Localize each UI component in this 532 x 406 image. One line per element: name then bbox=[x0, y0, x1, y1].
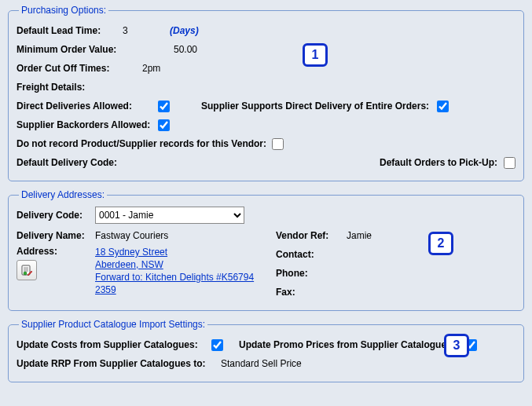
backorders-label: Supplier Backorders Allowed: bbox=[17, 119, 158, 130]
contact-label: Contact: bbox=[276, 249, 347, 260]
minimum-order-value-label: Minimum Order Value: bbox=[17, 44, 174, 55]
default-lead-time-label: Default Lead Time: bbox=[17, 25, 123, 36]
address-line-3[interactable]: Forward to: Kitchen Delights #K56794 bbox=[95, 272, 254, 283]
update-rrp-value: Standard Sell Price bbox=[221, 358, 302, 369]
address-line-1[interactable]: 18 Sydney Street bbox=[95, 247, 167, 258]
update-rrp-label: Update RRP From Supplier Catalogues to: bbox=[17, 358, 221, 369]
delivery-code-select[interactable]: 0001 - Jamie bbox=[95, 207, 244, 224]
delivery-name-value: Fastway Couriers bbox=[95, 230, 168, 241]
vendor-ref-label: Vendor Ref: bbox=[276, 230, 347, 241]
default-lead-time-unit: (Days) bbox=[170, 25, 199, 36]
do-not-record-label: Do not record Product/Supplier records f… bbox=[17, 138, 272, 149]
purchasing-options-legend: Purchasing Options: bbox=[19, 5, 108, 16]
purchasing-options-group: Purchasing Options: Default Lead Time: 3… bbox=[8, 5, 524, 181]
address-label: Address: bbox=[17, 246, 57, 257]
catalogue-import-legend: Supplier Product Catalogue Import Settin… bbox=[19, 319, 207, 330]
do-not-record-checkbox[interactable] bbox=[272, 138, 284, 150]
callout-2: 2 bbox=[428, 232, 453, 255]
vendor-ref-value: Jamie bbox=[347, 230, 372, 241]
callout-3: 3 bbox=[444, 334, 469, 357]
order-cutoff-value: 2pm bbox=[142, 63, 160, 74]
update-costs-checkbox[interactable] bbox=[211, 339, 223, 351]
direct-deliveries-label: Direct Deliveries Allowed: bbox=[17, 101, 158, 112]
address-line-4[interactable]: 2359 bbox=[95, 284, 116, 295]
freight-details-label: Freight Details: bbox=[17, 82, 85, 93]
svg-point-4 bbox=[24, 272, 27, 275]
delivery-addresses-legend: Delivery Addresses: bbox=[19, 189, 107, 200]
address-line-2[interactable]: Aberdeen, NSW bbox=[95, 259, 163, 270]
default-orders-pickup-label: Default Orders to Pick-Up: bbox=[380, 157, 497, 168]
phone-label: Phone: bbox=[276, 268, 347, 279]
order-cutoff-label: Order Cut Off Times: bbox=[17, 63, 142, 74]
address-edit-button[interactable] bbox=[17, 260, 37, 280]
supplier-supports-direct-label: Supplier Supports Direct Delivery of Ent… bbox=[201, 101, 437, 112]
fax-label: Fax: bbox=[276, 287, 347, 298]
callout-1: 1 bbox=[303, 43, 328, 67]
delivery-name-label: Delivery Name: bbox=[17, 230, 95, 241]
update-promo-label: Update Promo Prices from Supplier Catalo… bbox=[239, 339, 465, 350]
default-delivery-code-label: Default Delivery Code: bbox=[17, 157, 134, 168]
page-root: 1 2 3 Purchasing Options: Default Lead T… bbox=[0, 0, 532, 406]
backorders-checkbox[interactable] bbox=[158, 119, 170, 131]
default-lead-time-value: 3 bbox=[123, 25, 170, 36]
update-costs-label: Update Costs from Supplier Catalogues: bbox=[17, 339, 211, 350]
supplier-supports-direct-checkbox[interactable] bbox=[437, 101, 449, 112]
default-orders-pickup-checkbox[interactable] bbox=[504, 157, 515, 169]
minimum-order-value: 50.00 bbox=[174, 44, 197, 55]
notes-icon bbox=[20, 264, 33, 276]
direct-deliveries-checkbox[interactable] bbox=[158, 101, 170, 112]
delivery-code-label: Delivery Code: bbox=[17, 210, 95, 221]
